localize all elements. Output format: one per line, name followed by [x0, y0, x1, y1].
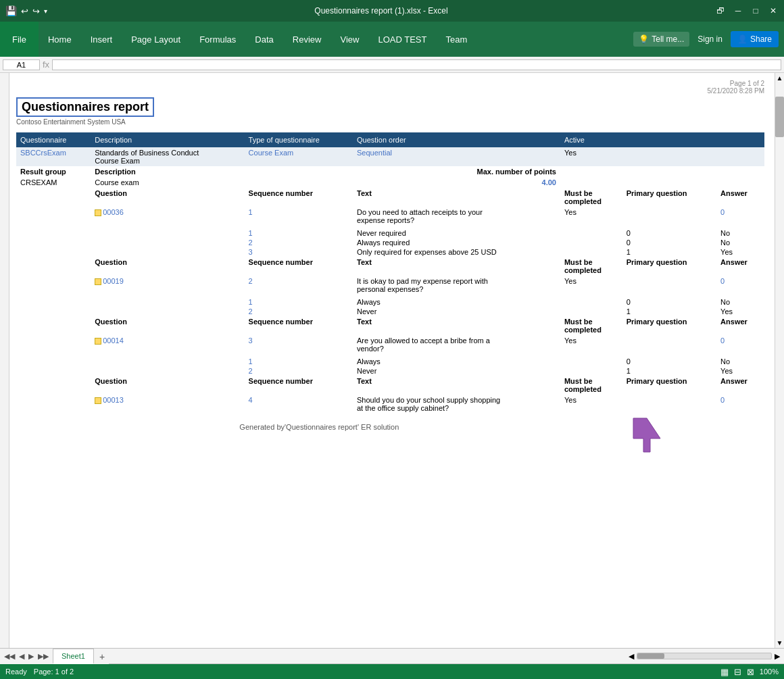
q2-question-label: Question — [91, 257, 244, 276]
ans-1-1-correct: No — [716, 228, 764, 238]
ans-1-1-seq: 1 — [245, 228, 353, 238]
horizontal-scrollbar[interactable]: ◀ ▶ — [624, 649, 784, 664]
tab-data[interactable]: Data — [245, 22, 283, 57]
tab-team[interactable]: Team — [436, 22, 476, 57]
col-description: Description — [91, 132, 244, 147]
ribbon-right: 💡 Tell me... Sign in 👤 Share — [633, 22, 784, 57]
tab-navigation: ◀◀ ◀ ▶ ▶▶ — [0, 649, 53, 664]
q3-text-label: Text — [353, 316, 560, 335]
answer-row-2-2: 2 Never 1 Yes — [16, 307, 764, 316]
ans-1-2-pts: 0 — [622, 238, 716, 247]
close-icon[interactable]: ✕ — [768, 5, 779, 16]
page-layout-icon[interactable]: ⊟ — [734, 667, 741, 677]
q4-primary-label: Primary question — [622, 376, 716, 395]
q2-seq: 2 — [245, 276, 353, 295]
undo-icon[interactable]: ↩ — [21, 6, 28, 16]
result-group-row: Result group Description Max. number of … — [16, 166, 764, 177]
ans-1-2-correct: No — [716, 238, 764, 247]
q3-seq-label: Sequence number — [245, 316, 353, 335]
table-header-row: Questionnaire Description Type of questi… — [16, 132, 764, 147]
page-break-icon[interactable]: ⊠ — [747, 667, 754, 677]
q3-answer: 0 — [716, 335, 764, 354]
tab-formulas[interactable]: Formulas — [190, 22, 245, 57]
minimize-icon[interactable]: ─ — [733, 5, 743, 16]
answer-header-col: Answer — [716, 188, 764, 207]
ans-1-3-pts: 1 — [622, 247, 716, 257]
ans-2-1-correct: No — [716, 297, 764, 307]
col-type: Type of questionnaire — [245, 132, 353, 147]
ans-3-1-pts: 0 — [622, 357, 716, 366]
q4-primary — [622, 395, 716, 413]
formula-divider: fx — [43, 59, 49, 70]
ans-2-2-pts: 1 — [622, 307, 716, 316]
questionnaire-active: Yes — [560, 147, 764, 166]
scroll-down-button[interactable]: ▼ — [775, 638, 784, 648]
q2-primary — [622, 276, 716, 295]
sheet-tab-sheet1[interactable]: Sheet1 — [53, 649, 94, 664]
answer-row-1-3: 3 Only required for expenses above 25 US… — [16, 247, 764, 257]
ans-3-1-seq: 1 — [245, 357, 353, 366]
normal-view-icon[interactable]: ▦ — [720, 667, 729, 677]
tab-page-layout[interactable]: Page Layout — [122, 22, 190, 57]
tabs-bar: ◀◀ ◀ ▶ ▶▶ Sheet1 + ◀ ▶ — [0, 648, 784, 664]
q4-id: 00013 — [91, 395, 244, 413]
ans-2-2-correct: Yes — [716, 307, 764, 316]
q3-seq: 3 — [245, 335, 353, 354]
add-sheet-button[interactable]: + — [95, 649, 109, 664]
page-info: Page 1 of 2 5/21/2020 8:28 PM — [16, 80, 764, 95]
title-bar-left: 💾 ↩ ↪ ▾ — [5, 5, 47, 16]
tab-home[interactable]: Home — [39, 22, 81, 57]
q4-seq: 4 — [245, 395, 353, 413]
q3-must-label: Must becompleted — [560, 316, 622, 335]
formula-input[interactable] — [52, 59, 781, 70]
tab-review[interactable]: Review — [283, 22, 331, 57]
question-row-00014: 00014 3 Are you allowed to accept a brib… — [16, 335, 764, 354]
maximize-icon[interactable]: □ — [750, 5, 761, 16]
prev-sheet-button[interactable]: ◀ — [18, 652, 26, 661]
q3-icon — [95, 338, 101, 345]
h-scroll-thumb[interactable] — [637, 653, 664, 659]
ans-1-3-seq: 3 — [245, 247, 353, 257]
crsexam-row: CRSEXAM Course exam 4.00 — [16, 177, 764, 188]
crsexam-desc: Course exam — [91, 177, 244, 188]
primary-question-header: Primary question — [622, 188, 716, 207]
sign-in-button[interactable]: Sign in — [692, 32, 728, 47]
q2-must-label: Must becompleted — [560, 257, 622, 276]
first-sheet-button[interactable]: ◀◀ — [3, 652, 16, 661]
q1-primary — [622, 207, 716, 226]
question-header-row: Question Sequence number Text Must becom… — [16, 188, 764, 207]
scroll-right-button[interactable]: ▶ — [775, 652, 780, 661]
q2-icon — [95, 278, 101, 285]
footer-text: Generated by'Questionnaires report' ER s… — [16, 413, 622, 458]
save-icon[interactable]: 💾 — [5, 5, 17, 16]
tab-load-test[interactable]: LOAD TEST — [368, 22, 436, 57]
title-bar-right: 🗗 ─ □ ✕ — [715, 5, 779, 16]
scroll-left-button[interactable]: ◀ — [629, 652, 634, 661]
col-active: Active — [560, 132, 764, 147]
ans-3-1-correct: No — [716, 357, 764, 366]
share-icon: 👤 — [737, 34, 748, 44]
h-scroll-track[interactable] — [637, 653, 772, 659]
scroll-up-button[interactable]: ▲ — [775, 73, 784, 83]
q2-answer: 0 — [716, 276, 764, 295]
questionnaire-order: Sequential — [353, 147, 560, 166]
name-box[interactable] — [3, 59, 40, 70]
restore-icon[interactable]: 🗗 — [715, 5, 726, 16]
tell-me-button[interactable]: 💡 Tell me... — [633, 32, 689, 47]
answer-row-3-1: 1 Always 0 No — [16, 357, 764, 366]
arrow-shape — [627, 415, 667, 455]
next-sheet-button[interactable]: ▶ — [27, 652, 35, 661]
tab-file[interactable]: File — [0, 22, 39, 57]
share-button[interactable]: 👤 Share — [731, 31, 779, 47]
tab-insert[interactable]: Insert — [81, 22, 122, 57]
vertical-scrollbar[interactable]: ▲ ▼ — [775, 73, 784, 648]
report-subtitle: Contoso Entertainment System USA — [16, 118, 764, 126]
scroll-thumb[interactable] — [775, 97, 784, 137]
q4-icon — [95, 397, 101, 404]
q4-must-label: Must becompleted — [560, 376, 622, 395]
last-sheet-button[interactable]: ▶▶ — [36, 652, 50, 661]
status-left: Ready Page: 1 of 2 — [5, 668, 74, 676]
tab-view[interactable]: View — [330, 22, 368, 57]
ans-1-1-text: Never required — [353, 228, 560, 238]
redo-icon[interactable]: ↪ — [32, 6, 40, 16]
